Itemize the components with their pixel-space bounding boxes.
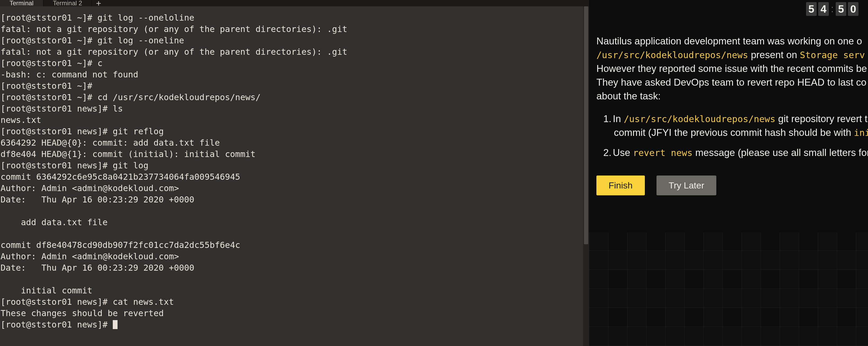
tab-terminal-1[interactable]: Terminal [0, 0, 43, 6]
task-description: Nautilus application development team wa… [596, 34, 868, 195]
task-step-2: 2.Use revert news message (please use al… [614, 146, 868, 160]
repo-path-code: /usr/src/kodekloudrepos/news [596, 50, 748, 60]
revert-news-code: revert news [633, 147, 692, 158]
try-later-button[interactable]: Try Later [656, 175, 717, 195]
task-line-5: about the task: [596, 89, 868, 103]
repo-path-code: /usr/src/kodekloudrepos/news [624, 114, 775, 124]
terminal-body[interactable]: [root@ststor01 ~]# git log --oneloline f… [0, 6, 589, 346]
timer-colon: : [830, 3, 834, 14]
task-actions: Finish Try Later [596, 175, 868, 195]
task-line-1: Nautilus application development team wa… [596, 34, 868, 48]
terminal-scrollbar-thumb[interactable] [584, 6, 588, 244]
tab-label: Terminal [9, 0, 34, 7]
task-line-2: /usr/src/kodekloudrepos/news present on … [596, 48, 868, 62]
countdown-timer: 5 4 : 5 0 [806, 2, 859, 16]
tab-terminal-2[interactable]: Terminal 2 [43, 0, 92, 6]
initial-commit-code: initial com [854, 128, 868, 138]
terminal-pane: Terminal Terminal 2 + [root@ststor01 ~]#… [0, 0, 589, 346]
background-tiles [589, 232, 868, 346]
timer-digit-3: 5 [836, 2, 846, 16]
task-line-3: However they reported some issue with th… [596, 62, 868, 76]
timer-digit-4: 0 [848, 2, 859, 16]
storage-server-code: Storage serv [800, 50, 865, 60]
tab-add-button[interactable]: + [92, 0, 105, 6]
timer-digit-1: 5 [806, 2, 817, 16]
task-step-1: 1.In /usr/src/kodekloudrepos/news git re… [614, 112, 868, 140]
terminal-output: [root@ststor01 ~]# git log --oneloline f… [1, 12, 589, 331]
task-line-4: They have asked DevOps team to revert re… [596, 76, 868, 89]
tab-bar: Terminal Terminal 2 + [0, 0, 589, 6]
task-pane: 5 4 : 5 0 Nautilus application developme… [589, 0, 868, 346]
task-steps-list: 1.In /usr/src/kodekloudrepos/news git re… [596, 112, 868, 160]
finish-button[interactable]: Finish [596, 175, 645, 195]
timer-digit-2: 4 [818, 2, 829, 16]
tab-label: Terminal 2 [53, 0, 82, 7]
terminal-scrollbar[interactable] [583, 6, 589, 346]
terminal-cursor [113, 320, 118, 329]
